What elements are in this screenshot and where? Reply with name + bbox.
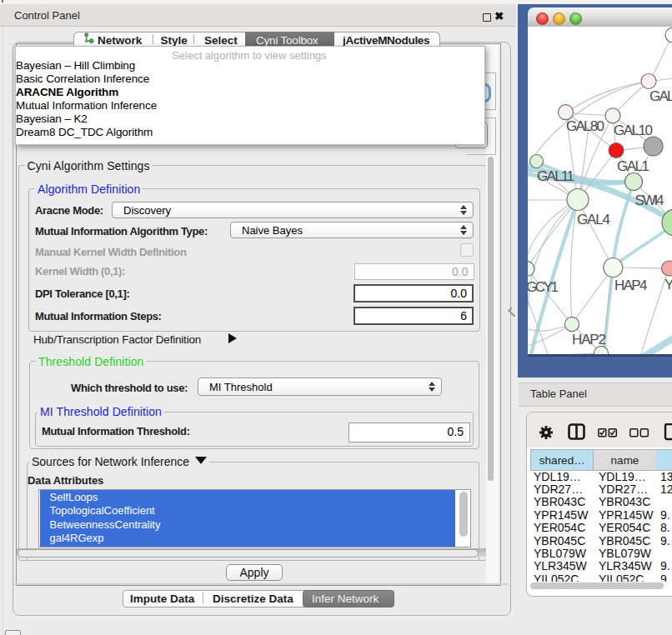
svg-text:YJ: YJ bbox=[664, 277, 672, 292]
svg-text:HAP4: HAP4 bbox=[614, 278, 648, 293]
svg-text:SWI4: SWI4 bbox=[635, 192, 664, 208]
svg-text:GAL80: GAL80 bbox=[566, 118, 604, 134]
svg-text:HAP2: HAP2 bbox=[572, 332, 606, 348]
svg-text:GAL11: GAL11 bbox=[537, 168, 574, 184]
svg-text:GAL7: GAL7 bbox=[649, 88, 672, 104]
svg-text:GAL4: GAL4 bbox=[577, 212, 610, 228]
svg-text:GCY1: GCY1 bbox=[528, 279, 559, 295]
svg-text:GAL10: GAL10 bbox=[614, 122, 653, 138]
svg-text:GAL1: GAL1 bbox=[617, 158, 649, 174]
